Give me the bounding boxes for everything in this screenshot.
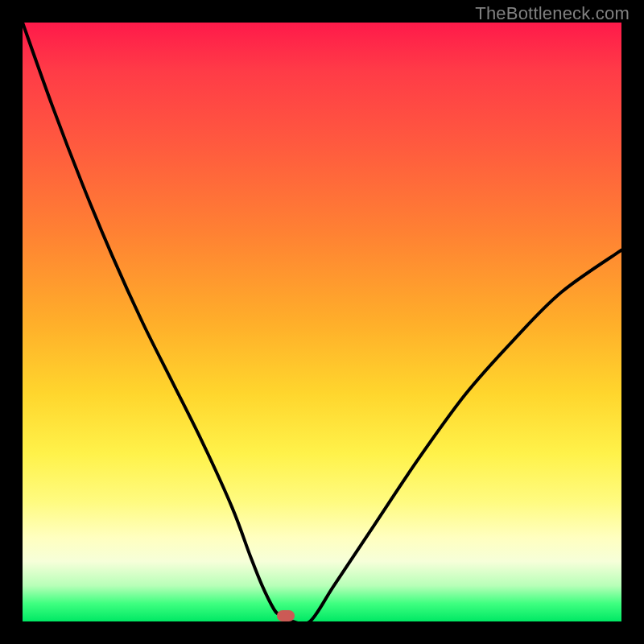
minimum-marker: [277, 610, 295, 621]
plot-area: [23, 23, 621, 621]
bottleneck-curve: [23, 23, 621, 621]
watermark-text: TheBottleneck.com: [475, 3, 630, 24]
chart-frame: TheBottleneck.com: [0, 0, 644, 644]
